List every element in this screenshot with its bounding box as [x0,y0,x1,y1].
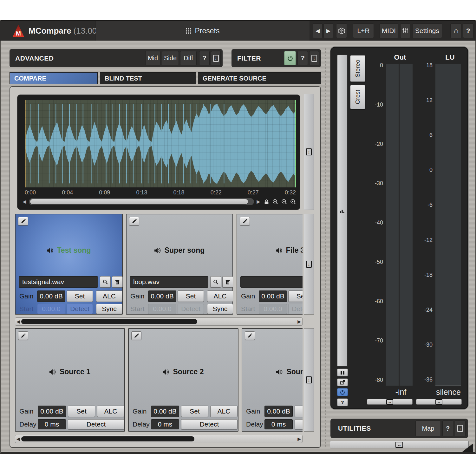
scroll-left-icon[interactable]: ◀ [16,319,20,324]
file-name-field[interactable]: loop.wav [130,276,208,288]
gain-value-field[interactable]: 0.00 dB [259,290,287,302]
waveform-resize-handle[interactable]: ↕ [304,94,314,210]
lu-meter-range-handle[interactable]: ↔ [416,399,462,405]
meter-power-button[interactable] [337,388,348,396]
zoom-out-icon[interactable] [281,198,288,205]
set-gain-button[interactable]: Set [67,290,93,302]
source-row-top-resize-handle[interactable]: ↕ [304,214,314,315]
meter-popout-button[interactable] [337,378,348,386]
waveform-scrollbar-thumb[interactable] [30,199,248,205]
waveform-scrollbar[interactable] [29,198,254,205]
meter-pause-button[interactable] [337,368,348,376]
set-gain-button[interactable]: Set [295,406,303,417]
file-name-field[interactable] [240,276,303,288]
rename-button[interactable] [18,331,28,340]
rename-button[interactable] [240,217,250,225]
source-panel-source-3[interactable]: Source 3 Gain 0.00 dB Set ALC Delay 0 ms… [242,328,303,432]
source-panel-source-1[interactable]: Source 1 Gain 0.00 dB Set ALC Delay 0 ms… [15,328,125,432]
browse-file-button[interactable] [210,276,221,288]
presets-button[interactable]: Presets [96,21,310,41]
scroll-left-icon[interactable]: ◀ [22,199,27,205]
filter-help-button[interactable]: ? [297,51,308,65]
gain-value-field[interactable]: 0.00 dB [37,290,65,302]
tab-blind-test[interactable]: BLIND TEST [100,72,196,84]
source-panel-super-song[interactable]: Super song loop.wav Gain 0.00 dB Set ALC… [126,214,233,315]
detect-start-button[interactable]: Detect [67,304,93,314]
detect-delay-button[interactable]: Detect [295,419,303,429]
meter-help-button[interactable]: ? [337,398,348,406]
zoom-in-icon[interactable] [272,198,279,205]
quick-params-button[interactable] [400,23,410,38]
diff-button[interactable]: Diff [180,51,197,65]
rename-button[interactable] [131,331,141,340]
detect-start-button[interactable]: Detect [288,304,303,314]
out-meter-range-handle[interactable]: ↔ [367,399,413,405]
sync-button[interactable]: Sync [207,304,233,314]
scrollbar-thumb[interactable] [21,436,194,441]
titlebar-help-button[interactable]: ? [463,23,473,38]
detect-delay-button[interactable]: Detect [181,419,238,429]
waveform-area[interactable] [25,100,296,187]
browse-file-button[interactable] [100,276,111,288]
scroll-left-icon[interactable]: ◀ [16,436,20,441]
scroll-right-icon[interactable]: ▶ [256,199,261,205]
gain-value-field[interactable]: 0.00 dB [148,290,176,302]
detect-start-button[interactable]: Detect [178,304,204,314]
zoom-reset-icon[interactable] [290,198,297,205]
sync-button[interactable]: Sync [96,304,122,314]
window-resize-grip[interactable] [462,443,473,452]
tab-compare[interactable]: COMPARE [10,72,98,84]
set-gain-button[interactable]: Set [288,290,303,302]
remove-file-button[interactable] [222,276,233,288]
detect-delay-button[interactable]: Detect [68,419,124,429]
gain-value-field[interactable]: 0.00 dB [38,406,66,417]
source-row-bottom-resize-handle[interactable]: ↕ [304,328,314,432]
advanced-collapse-button[interactable]: ↕ [211,51,221,65]
rename-button[interactable] [18,217,28,225]
lock-icon[interactable] [263,198,270,205]
remove-file-button[interactable] [112,276,123,288]
advanced-help-button[interactable]: ? [199,51,210,65]
alc-button[interactable]: ALC [96,290,122,302]
randomize-dice-button[interactable] [336,23,347,38]
rename-button[interactable] [129,217,139,225]
filter-collapse-button[interactable]: ↕ [309,51,319,65]
settings-button[interactable]: Settings [412,23,442,38]
map-button[interactable]: Map [415,421,441,436]
filter-power-button[interactable] [284,51,296,65]
gain-value-field[interactable]: 0.00 dB [151,406,179,417]
source-row-bottom-scrollbar[interactable]: ◀ ▶ [15,435,303,443]
scroll-right-icon[interactable]: ▶ [297,436,301,441]
source-panel-source-2[interactable]: Source 2 Gain 0.00 dB Set ALC Delay 0 ms… [128,328,238,432]
set-gain-button[interactable]: Set [68,406,95,417]
scroll-right-icon[interactable]: ▶ [297,319,301,324]
delay-value-field[interactable]: 0 ms [264,419,293,429]
utilities-collapse-button[interactable]: ↕ [455,421,466,436]
previous-preset-button[interactable]: ◀ [313,23,323,38]
utilities-help-button[interactable]: ? [442,421,453,436]
alc-button[interactable]: ALC [97,406,124,417]
meter-panel-width-handle[interactable]: ↔ [330,441,469,448]
source-panel-file-3[interactable]: File 3 Gain 0.00 dB Set ALC Start 0:00.0… [237,214,303,315]
file-name-field[interactable]: testsignal.wav [19,276,98,288]
tab-generate-source[interactable]: GENERATE SOURCE [198,72,321,84]
meter-mode-slider[interactable] [337,55,348,367]
side-button[interactable]: Side [162,51,179,65]
rename-button[interactable] [245,331,255,340]
set-gain-button[interactable]: Set [181,406,208,417]
channel-mode-button[interactable]: L+R [353,23,374,38]
source-panel-test-song[interactable]: Test song testsignal.wav Gain 0.00 dB Se… [15,214,123,315]
alc-button[interactable]: ALC [210,406,238,417]
mid-button[interactable]: Mid [145,51,160,65]
home-button[interactable]: ⌂ [450,23,462,38]
start-value-field[interactable]: 0:00.0 [259,304,287,314]
alc-button[interactable]: ALC [207,290,233,302]
midi-button[interactable]: MIDI [379,23,398,38]
delay-value-field[interactable]: 0 ms [38,419,66,429]
scrollbar-thumb[interactable] [21,319,197,324]
start-value-field[interactable]: 0:00.0 [148,304,176,314]
next-preset-button[interactable]: ▶ [323,23,333,38]
set-gain-button[interactable]: Set [178,290,204,302]
gain-value-field[interactable]: 0.00 dB [264,406,293,417]
delay-value-field[interactable]: 0 ms [151,419,179,429]
